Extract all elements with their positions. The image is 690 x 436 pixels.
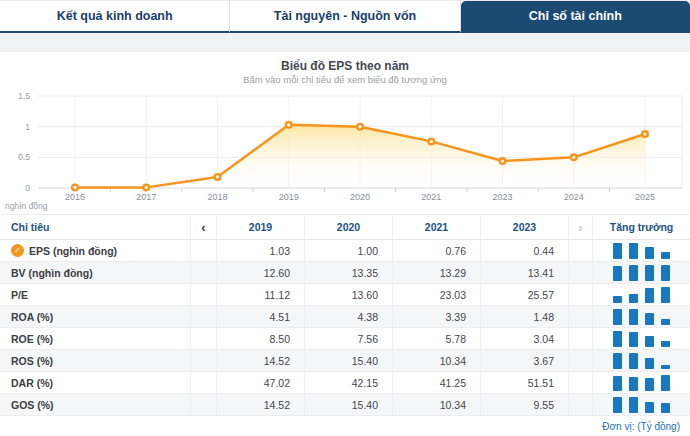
spacer-cell <box>568 284 592 305</box>
table-row[interactable]: ✓EPS (nghìn đồng)1.031.000.760.44 <box>0 240 690 262</box>
eps-line-chart: 00.511.520162017201820192020202120232024… <box>0 86 690 214</box>
metric-label[interactable]: ROS (%) <box>0 350 190 371</box>
metric-label[interactable]: BV (nghìn đồng) <box>0 262 190 283</box>
growth-bar <box>661 341 670 347</box>
financial-index-panel: Biểu đồ EPS theo năm Bấm vào mỗi chỉ tiê… <box>0 52 690 436</box>
chart-header: Biểu đồ EPS theo năm Bấm vào mỗi chỉ tiê… <box>0 52 690 86</box>
spacer-cell <box>190 306 216 327</box>
growth-bar <box>629 309 638 325</box>
svg-text:nghìn đồng: nghìn đồng <box>5 201 48 211</box>
year-column-header-2020: 2020 <box>304 215 392 239</box>
growth-sparkline <box>592 284 690 305</box>
growth-bar <box>629 243 638 259</box>
chart-subtitle: Bấm vào mỗi chỉ tiêu để xem biểu đồ tươn… <box>0 74 690 86</box>
value-cell-2019: 4.51 <box>216 306 304 327</box>
metric-label[interactable]: DAR (%) <box>0 372 190 393</box>
svg-text:2017: 2017 <box>136 192 156 202</box>
value-cell-2023: 1.48 <box>480 306 568 327</box>
metric-name: P/E <box>11 289 28 301</box>
growth-bar <box>645 313 654 325</box>
spacer-cell <box>568 306 592 327</box>
value-cell-2020: 13.60 <box>304 284 392 305</box>
value-cell-2020: 42.15 <box>304 372 392 393</box>
metric-label[interactable]: ROE (%) <box>0 328 190 349</box>
tab-0[interactable]: Kết quả kinh doanh <box>0 1 230 33</box>
metric-label[interactable]: GOS (%) <box>0 394 190 415</box>
growth-bar <box>613 397 622 412</box>
growth-bar <box>629 353 638 369</box>
metric-name: ROS (%) <box>11 355 53 367</box>
svg-text:2024: 2024 <box>564 192 584 202</box>
table-row[interactable]: DAR (%)47.0242.1541.2551.51 <box>0 372 690 394</box>
year-column-header-2021: 2021 <box>392 215 480 239</box>
growth-bar <box>613 376 622 391</box>
metric-label[interactable]: P/E <box>0 284 190 305</box>
value-cell-2019: 14.52 <box>216 394 304 415</box>
table-row[interactable]: BV (nghìn đồng)12.6013.3513.2913.41 <box>0 262 690 284</box>
spacer-cell <box>190 328 216 349</box>
growth-sparkline <box>592 328 690 349</box>
table-header: Chỉ tiêu ‹ 2019 2020 2021 2023 › Tăng tr… <box>0 214 690 240</box>
growth-bar <box>613 243 622 259</box>
growth-bar <box>645 378 654 391</box>
tab-2[interactable]: Chỉ số tài chính <box>461 1 690 33</box>
value-cell-2023: 13.41 <box>480 262 568 283</box>
table-footer: Đơn vị: (Tỷ đồng) <box>0 416 690 436</box>
growth-bar <box>629 377 638 390</box>
value-cell-2019: 1.03 <box>216 240 304 261</box>
table-row[interactable]: GOS (%)14.5215.4010.349.55 <box>0 394 690 416</box>
svg-text:2025: 2025 <box>635 192 655 202</box>
metric-label[interactable]: ✓EPS (nghìn đồng) <box>0 240 190 261</box>
svg-text:2016: 2016 <box>65 192 85 202</box>
svg-text:2021: 2021 <box>421 192 441 202</box>
spacer-cell <box>190 240 216 261</box>
value-cell-2023: 0.44 <box>480 240 568 261</box>
chevron-right-icon: › <box>578 220 582 235</box>
year-column-header-2019: 2019 <box>216 215 304 239</box>
table-row[interactable]: ROA (%)4.514.383.391.48 <box>0 306 690 328</box>
table-row[interactable]: ROE (%)8.507.565.783.04 <box>0 328 690 350</box>
spacer-cell <box>568 372 592 393</box>
growth-sparkline <box>592 240 690 261</box>
svg-text:2023: 2023 <box>492 192 512 202</box>
tab-1[interactable]: Tài nguyên - Nguồn vốn <box>230 1 460 33</box>
table-row[interactable]: ROS (%)14.5215.4010.343.67 <box>0 350 690 372</box>
metric-label[interactable]: ROA (%) <box>0 306 190 327</box>
prev-years-button[interactable]: ‹ <box>190 215 216 239</box>
growth-bar <box>613 309 622 325</box>
value-cell-2020: 7.56 <box>304 328 392 349</box>
growth-bar <box>645 288 654 302</box>
value-cell-2019: 11.12 <box>216 284 304 305</box>
growth-bar <box>661 319 670 324</box>
value-cell-2021: 3.39 <box>392 306 480 327</box>
value-cell-2021: 41.25 <box>392 372 480 393</box>
metric-name: DAR (%) <box>11 377 53 389</box>
spacer-cell <box>190 394 216 415</box>
next-years-button[interactable]: › <box>568 215 592 239</box>
value-cell-2021: 23.03 <box>392 284 480 305</box>
table-row[interactable]: P/E11.1213.6023.0325.57 <box>0 284 690 306</box>
metric-name: GOS (%) <box>11 399 54 411</box>
growth-bar <box>613 353 622 368</box>
growth-bar <box>629 294 638 303</box>
value-cell-2019: 12.60 <box>216 262 304 283</box>
growth-bar <box>661 375 670 391</box>
value-cell-2019: 14.52 <box>216 350 304 371</box>
value-cell-2023: 9.55 <box>480 394 568 415</box>
metric-column-header: Chỉ tiêu <box>0 215 190 239</box>
spacer-cell <box>568 350 592 371</box>
spacer-cell <box>190 350 216 371</box>
value-cell-2023: 3.04 <box>480 328 568 349</box>
value-cell-2021: 13.29 <box>392 262 480 283</box>
growth-bar <box>661 403 670 413</box>
growth-bar <box>613 266 622 281</box>
growth-bar <box>645 336 654 347</box>
chevron-left-icon: ‹ <box>201 220 205 235</box>
unit-note: Đơn vị: (Tỷ đồng) <box>602 421 680 432</box>
svg-text:1: 1 <box>25 122 30 132</box>
growth-bar <box>661 252 670 259</box>
spacer-cell <box>568 240 592 261</box>
value-cell-2020: 13.35 <box>304 262 392 283</box>
tab-bar: Kết quả kinh doanhTài nguyên - Nguồn vốn… <box>0 0 690 33</box>
growth-bar <box>613 296 622 303</box>
